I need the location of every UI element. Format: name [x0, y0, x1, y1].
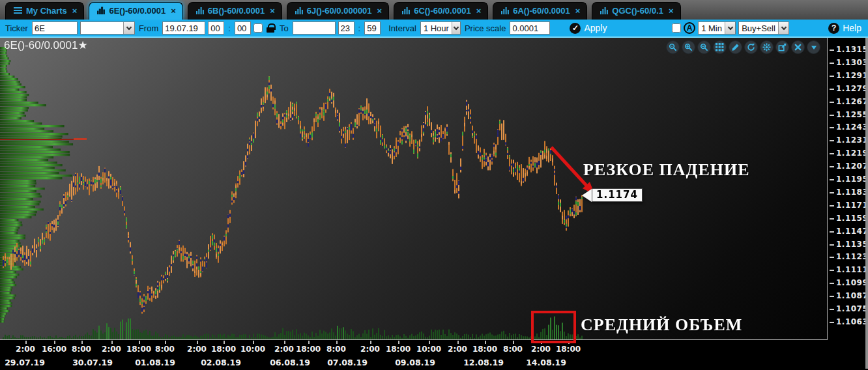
price-label: 1.1123	[836, 252, 868, 261]
time-separator: :	[227, 23, 232, 33]
price-label: 1.1075	[836, 304, 868, 313]
right-interval-value: 1 Min	[699, 23, 725, 33]
to-date-input[interactable]	[293, 21, 336, 35]
time-label: 18:00	[296, 345, 321, 354]
tab-label: 6E()-60/0.0001	[109, 6, 166, 16]
candlestick-canvas[interactable]	[0, 38, 828, 340]
price-tick	[830, 50, 834, 51]
time-tick	[370, 341, 371, 344]
tab-6e[interactable]: 6E()-60/0.0001×	[89, 2, 182, 20]
bar-chart-icon	[97, 7, 105, 14]
tab-6a[interactable]: 6A()-60/0.0001×	[493, 2, 587, 20]
price-label: 1.1219	[836, 149, 868, 158]
time-label: 16:00	[42, 345, 66, 354]
bar-chart-icon	[600, 7, 608, 14]
date-label: 06.08.19	[270, 358, 310, 367]
help-button[interactable]: ? Help	[826, 23, 864, 34]
auto-checkbox[interactable]	[672, 23, 681, 33]
price-tick	[830, 89, 834, 90]
tab-my-charts[interactable]: My Charts×	[5, 2, 84, 20]
settings-icon-button[interactable]	[760, 40, 774, 54]
close-icon[interactable]: ×	[669, 6, 674, 16]
grid-icon-button[interactable]	[713, 40, 727, 54]
close-icon[interactable]: ×	[72, 6, 78, 16]
from-minute-input[interactable]	[235, 21, 251, 35]
symbol-select[interactable]	[80, 21, 135, 35]
collapse-icon-button[interactable]	[807, 40, 820, 54]
time-label: 2:00	[16, 345, 35, 354]
help-icon: ?	[828, 23, 839, 34]
date-label: 30.07.19	[72, 358, 113, 367]
tab-6c[interactable]: 6C()-60/0.0001×	[394, 2, 488, 20]
price-axis[interactable]: 1.13151.13031.12911.12791.12671.12551.12…	[828, 38, 865, 369]
zoom-in-icon-button[interactable]	[682, 40, 695, 54]
time-label: 18:00	[211, 345, 236, 354]
bar-chart-icon	[402, 7, 410, 14]
date-lock-checkbox[interactable]	[253, 23, 263, 33]
tab-qgc[interactable]: QGC()-60/0.1×	[592, 2, 680, 20]
time-tick	[197, 341, 198, 344]
price-tick	[830, 322, 834, 323]
tab-label: 6A()-60/0.0001	[513, 6, 570, 16]
price-label: 1.1255	[836, 110, 868, 119]
time-label: 10:00	[416, 345, 441, 354]
zoom-tool-icon-button[interactable]	[666, 40, 680, 54]
time-tick	[336, 341, 338, 344]
interval-label: Interval	[387, 23, 418, 33]
tab-6b[interactable]: 6B()-60/0.0001×	[188, 2, 282, 20]
interval-select[interactable]: 1 Hour	[420, 21, 461, 35]
tab-6j[interactable]: 6J()-60/0.000001×	[287, 2, 389, 20]
price-scale-input[interactable]	[510, 21, 550, 35]
close-icon[interactable]: ×	[377, 6, 383, 16]
price-tick	[830, 283, 834, 284]
time-tick	[308, 341, 310, 344]
apply-button[interactable]: ✓ Apply	[567, 23, 609, 34]
ticker-input[interactable]	[32, 21, 78, 35]
volume-highlight-rect	[531, 311, 576, 343]
to-minute-input[interactable]	[364, 21, 381, 35]
time-tick	[81, 341, 83, 344]
draw-icon-button[interactable]	[729, 40, 742, 54]
price-tag-value: 1.1174	[592, 188, 643, 202]
auto-scale-icon[interactable]: A	[684, 22, 695, 34]
zoom-out-icon-button[interactable]	[697, 40, 711, 54]
refresh-icon-button[interactable]	[744, 40, 758, 54]
bar-chart-icon	[501, 7, 509, 14]
close-icon[interactable]: ×	[575, 6, 581, 16]
time-label: 18:00	[556, 345, 581, 354]
price-label: 1.1243	[836, 122, 868, 132]
tab-label: My Charts	[26, 6, 67, 16]
tab-bar: My Charts×6E()-60/0.0001×6B()-60/0.0001×…	[0, 0, 868, 20]
time-label: 2:00	[448, 345, 467, 354]
date-label: 07.08.19	[327, 358, 368, 367]
time-label: 2:00	[360, 345, 380, 354]
sharp-fall-annotation: РЕЗКОЕ ПАДЕНИЕ	[583, 160, 750, 180]
price-tick	[830, 205, 834, 206]
time-label: 2:00	[274, 345, 294, 354]
chevron-down-icon	[778, 22, 788, 34]
time-axis[interactable]: 2:0016:008:002:0018:008:002:0018:0010:00…	[0, 341, 828, 369]
export-icon-button[interactable]	[775, 40, 789, 54]
price-tick	[830, 218, 834, 220]
from-hour-input[interactable]	[208, 21, 224, 35]
to-hour-input[interactable]	[338, 21, 354, 35]
time-label: 8:00	[155, 345, 175, 354]
close-icon[interactable]: ×	[476, 6, 482, 16]
date-label: 14.08.19	[526, 358, 566, 367]
close-icon[interactable]: ×	[171, 6, 176, 16]
price-label: 1.1315	[836, 45, 868, 54]
right-interval-select[interactable]: 1 Min	[698, 21, 736, 35]
chart-pane[interactable]: 6E()-60/0.0001★ РЕЗКОЕ ПАДЕНИЕ СРЕДНИЙ О…	[0, 38, 828, 340]
from-date-input[interactable]	[162, 21, 205, 35]
time-tick	[224, 341, 225, 344]
apply-label: Apply	[584, 23, 607, 33]
time-tick	[398, 341, 399, 344]
price-tick	[830, 102, 834, 103]
close-icon[interactable]: ×	[270, 6, 275, 16]
order-mode-select[interactable]: Buy+Sell	[738, 21, 789, 35]
close-icon-button[interactable]	[791, 40, 805, 54]
time-tick	[253, 341, 254, 344]
to-label: To	[278, 23, 290, 33]
window-scrollbar[interactable]	[865, 38, 868, 369]
time-tick	[54, 341, 55, 344]
